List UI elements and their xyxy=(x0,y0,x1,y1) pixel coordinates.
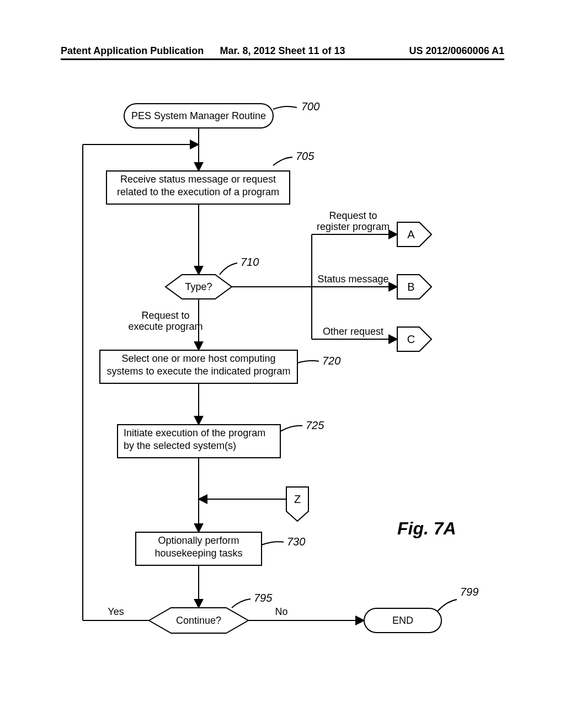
decision-710-text: Type? xyxy=(185,281,212,292)
page: Patent Application Publication Mar. 8, 2… xyxy=(0,0,565,728)
box-730-text: Optionally perform housekeeping tasks xyxy=(138,534,259,559)
label-yes: Yes xyxy=(108,606,124,617)
label-status: Status message xyxy=(317,274,388,285)
connector-C-text: C xyxy=(407,333,415,345)
leader-700 xyxy=(273,106,297,109)
connector-Z-text: Z xyxy=(294,493,301,505)
leader-799 xyxy=(438,599,457,611)
decision-795-text: Continue? xyxy=(176,615,221,626)
ref-730: 730 xyxy=(287,536,305,548)
terminal-700-text: PES System Manager Routine xyxy=(131,110,266,121)
leader-710 xyxy=(220,263,237,275)
label-other: Other request xyxy=(323,326,383,337)
connector-B-text: B xyxy=(407,281,414,293)
leader-730 xyxy=(262,542,284,545)
ref-720: 720 xyxy=(322,355,340,367)
connector-A-text: A xyxy=(407,228,415,240)
ref-700: 700 xyxy=(301,100,319,113)
leader-725 xyxy=(280,426,302,431)
label-register-2: register program xyxy=(317,221,390,232)
flowchart: PES System Manager Routine 700 Receive s… xyxy=(0,0,565,728)
ref-710: 710 xyxy=(241,256,259,268)
terminal-end-text: END xyxy=(392,615,413,626)
ref-795: 795 xyxy=(254,592,273,604)
leader-720 xyxy=(297,361,319,363)
box-720-text: Select one or more host computing system… xyxy=(103,352,295,377)
leader-795 xyxy=(232,599,250,608)
figure-label: Fig. 7A xyxy=(397,518,456,539)
ref-725: 725 xyxy=(306,419,324,431)
box-725-text: Initiate execution of the program by the… xyxy=(120,427,278,452)
box-705-text: Receive status message or request relate… xyxy=(109,173,287,198)
label-register-1: Request to xyxy=(329,210,377,221)
label-exec-1: Request to xyxy=(141,310,189,321)
leader-705 xyxy=(273,157,292,165)
label-exec-2: execute program xyxy=(128,321,202,332)
ref-799: 799 xyxy=(460,586,478,598)
label-no: No xyxy=(275,606,287,617)
ref-705: 705 xyxy=(296,150,315,162)
